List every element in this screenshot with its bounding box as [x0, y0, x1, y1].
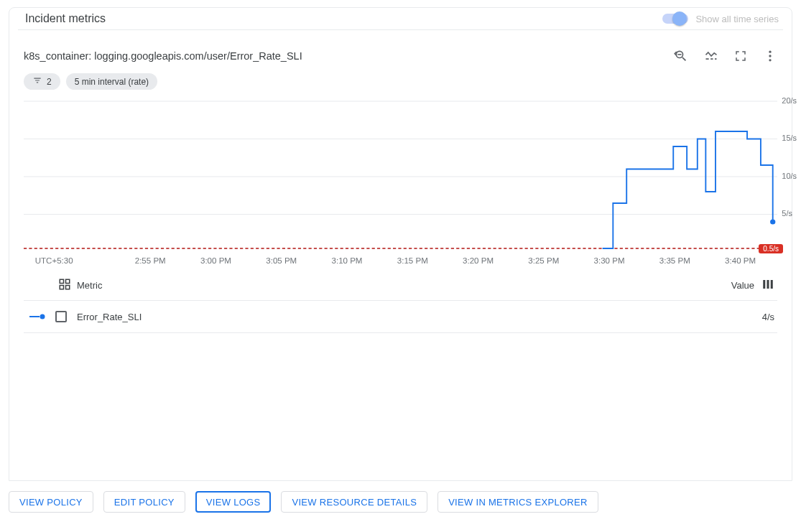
- chart-svg: 20/s 15/s 10/s 5/s UTC+5:30 2:55 PM 3:: [24, 95, 777, 269]
- threshold-badge: 0.5/s: [759, 244, 783, 253]
- svg-rect-10: [60, 286, 63, 289]
- x-tick: 3:15 PM: [397, 256, 428, 265]
- filter-chip-count: 2: [47, 77, 52, 87]
- x-tick: 3:30 PM: [594, 256, 625, 265]
- filter-icon: [32, 75, 42, 88]
- legend-toggle-icon[interactable]: [704, 49, 718, 63]
- x-tick: 3:00 PM: [200, 256, 231, 265]
- page-title: Incident metrics: [25, 12, 106, 25]
- show-all-series-label: Show all time series: [695, 14, 779, 24]
- x-tick: 3:40 PM: [725, 256, 756, 265]
- series-value: 4/s: [762, 312, 774, 322]
- x-tick: 3:20 PM: [463, 256, 494, 265]
- y-tick: 20/s: [782, 96, 797, 105]
- more-vert-icon[interactable]: [763, 49, 777, 63]
- x-tick: 3:10 PM: [332, 256, 363, 265]
- chart-area[interactable]: 20/s 15/s 10/s 5/s UTC+5:30 2:55 PM 3:: [24, 95, 777, 269]
- svg-rect-8: [60, 279, 63, 283]
- chart-title: k8s_container: logging.googleapis.com/us…: [24, 50, 302, 62]
- action-button-row: VIEW POLICY EDIT POLICY VIEW LOGS VIEW R…: [9, 491, 792, 513]
- timezone-label: UTC+5:30: [35, 256, 73, 265]
- svg-rect-12: [763, 280, 765, 289]
- fullscreen-icon[interactable]: [734, 49, 747, 63]
- view-in-metrics-explorer-button[interactable]: VIEW IN METRICS EXPLORER: [437, 491, 598, 513]
- x-tick: 3:35 PM: [659, 256, 690, 265]
- svg-rect-13: [767, 280, 769, 289]
- svg-point-0: [769, 51, 771, 53]
- edit-policy-button[interactable]: EDIT POLICY: [103, 491, 185, 513]
- metric-grid-icon[interactable]: [58, 278, 71, 293]
- incident-metrics-card: Incident metrics Show all time series k8…: [9, 7, 792, 481]
- series-name: Error_Rate_SLI: [77, 312, 142, 322]
- zoom-out-icon[interactable]: [674, 49, 688, 63]
- svg-rect-11: [66, 286, 70, 289]
- view-resource-details-button[interactable]: VIEW RESOURCE DETAILS: [281, 491, 427, 513]
- x-tick: 3:05 PM: [266, 256, 297, 265]
- svg-point-1: [769, 55, 771, 57]
- svg-rect-9: [66, 279, 70, 283]
- y-tick: 10/s: [782, 172, 797, 180]
- y-tick: 15/s: [782, 134, 797, 142]
- series-checkbox[interactable]: [55, 311, 67, 322]
- interval-chip[interactable]: 5 min interval (rate): [66, 73, 157, 90]
- view-logs-button[interactable]: VIEW LOGS: [195, 491, 272, 513]
- svg-point-16: [40, 314, 45, 319]
- svg-point-2: [769, 59, 771, 61]
- value-header: Value: [731, 280, 754, 291]
- series-end-point: [770, 220, 775, 225]
- x-tick: 2:55 PM: [135, 256, 166, 265]
- svg-rect-14: [771, 280, 773, 289]
- series-marker-icon: [29, 312, 45, 321]
- columns-icon[interactable]: [761, 278, 774, 293]
- view-policy-button[interactable]: VIEW POLICY: [9, 491, 93, 513]
- metric-header: Metric: [77, 280, 102, 291]
- show-all-series-toggle[interactable]: [662, 14, 688, 24]
- y-tick: 5/s: [782, 209, 792, 218]
- filter-chip[interactable]: 2: [24, 73, 60, 90]
- legend-row[interactable]: Error_Rate_SLI 4/s: [24, 301, 777, 333]
- x-tick: 3:25 PM: [528, 256, 559, 265]
- interval-chip-label: 5 min interval (rate): [75, 77, 149, 87]
